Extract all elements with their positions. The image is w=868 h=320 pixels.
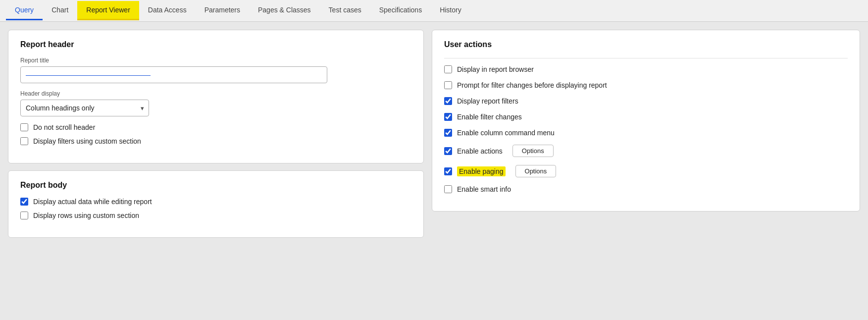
ua-prompt-filter-label: Prompt for filter changes before display… [457, 81, 607, 89]
ua-prompt-filter-checkbox[interactable] [444, 81, 452, 89]
display-actual-data-row: Display actual data while editing report [20, 198, 411, 206]
display-filters-custom-label: Display filters using custom section [33, 137, 141, 145]
ua-display-browser-label: Display in report browser [457, 65, 534, 73]
tab-report-viewer[interactable]: Report Viewer [77, 1, 139, 20]
display-actual-data-label: Display actual data while editing report [33, 198, 152, 206]
user-actions-section: User actions Display in report browser P… [432, 30, 860, 212]
tab-chart[interactable]: Chart [43, 1, 77, 20]
tab-parameters[interactable]: Parameters [196, 1, 249, 20]
header-display-label: Header display [20, 90, 411, 97]
ua-enable-paging-row: Enable paging Options [444, 165, 848, 177]
report-header-section: Report header Report title Header displa… [8, 30, 424, 163]
display-rows-custom-checkbox[interactable] [20, 212, 28, 219]
ua-enable-actions-options-button[interactable]: Options [512, 145, 554, 157]
ua-enable-smart-info-checkbox[interactable] [444, 185, 452, 193]
tab-test-cases[interactable]: Test cases [320, 1, 370, 20]
display-filters-custom-row: Display filters using custom section [20, 137, 411, 145]
report-title-label: Report title [20, 57, 411, 64]
report-header-title: Report header [20, 40, 411, 49]
report-body-section: Report body Display actual data while ed… [8, 170, 424, 238]
ua-enable-smart-info-row: Enable smart info [444, 185, 848, 193]
ua-display-filters-row: Display report filters [444, 97, 848, 105]
report-title-input[interactable] [20, 66, 327, 83]
tab-specifications[interactable]: Specifications [370, 1, 431, 20]
tab-history[interactable]: History [431, 1, 470, 20]
ua-enable-column-menu-label: Enable column command menu [457, 129, 555, 137]
ua-enable-paging-label: Enable paging [457, 167, 506, 175]
tab-pages-classes[interactable]: Pages & Classes [249, 1, 320, 20]
ua-enable-actions-label: Enable actions [457, 147, 503, 155]
report-body-title: Report body [20, 181, 411, 190]
ua-prompt-filter-row: Prompt for filter changes before display… [444, 81, 848, 89]
user-actions-title: User actions [444, 40, 848, 49]
ua-enable-smart-info-label: Enable smart info [457, 185, 511, 193]
ua-enable-paging-options-button[interactable]: Options [515, 165, 557, 177]
do-not-scroll-header-checkbox[interactable] [20, 123, 28, 131]
ua-enable-paging-checkbox[interactable] [444, 167, 452, 175]
do-not-scroll-header-row: Do not scroll header [20, 123, 411, 131]
ua-enable-column-menu-row: Enable column command menu [444, 129, 848, 137]
ua-enable-actions-checkbox[interactable] [444, 147, 452, 155]
left-panel: Report header Report title Header displa… [8, 30, 424, 312]
ua-separator [444, 58, 848, 58]
do-not-scroll-header-label: Do not scroll header [33, 123, 95, 131]
ua-enable-actions-row: Enable actions Options [444, 145, 848, 157]
ua-enable-filter-changes-label: Enable filter changes [457, 113, 522, 121]
header-display-select-wrapper: Column headings only Full header No head… [20, 100, 149, 116]
ua-enable-paging-highlight: Enable paging [457, 166, 506, 176]
display-filters-custom-checkbox[interactable] [20, 137, 28, 145]
main-content: Report header Report title Header displa… [0, 22, 868, 320]
display-actual-data-checkbox[interactable] [20, 198, 28, 206]
ua-display-filters-label: Display report filters [457, 97, 518, 105]
display-rows-custom-row: Display rows using custom section [20, 212, 411, 219]
tab-query[interactable]: Query [6, 1, 43, 20]
ua-enable-filter-changes-checkbox[interactable] [444, 113, 452, 121]
ua-display-browser-checkbox[interactable] [444, 65, 452, 73]
right-panel: User actions Display in report browser P… [432, 30, 860, 312]
ua-enable-filter-changes-row: Enable filter changes [444, 113, 848, 121]
ua-enable-column-menu-checkbox[interactable] [444, 129, 452, 137]
header-display-select[interactable]: Column headings only Full header No head… [20, 100, 149, 116]
ua-display-browser-row: Display in report browser [444, 65, 848, 73]
ua-display-filters-checkbox[interactable] [444, 97, 452, 105]
display-rows-custom-label: Display rows using custom section [33, 212, 139, 219]
tab-bar: Query Chart Report Viewer Data Access Pa… [0, 0, 868, 22]
tab-data-access[interactable]: Data Access [139, 1, 196, 20]
